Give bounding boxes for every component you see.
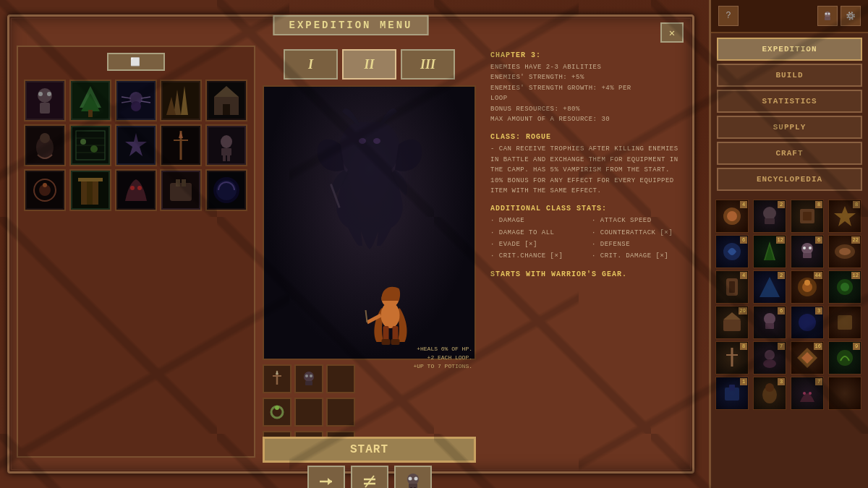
chapter-line2: ENEMIES' STRENGTH: +5% — [490, 72, 686, 82]
sidebar-list-item[interactable]: 12 — [828, 270, 861, 304]
panel-title: EXPEDITION MENU — [273, 15, 428, 35]
list-item[interactable] — [160, 80, 202, 121]
svg-point-84 — [275, 406, 279, 410]
svg-rect-44 — [227, 155, 230, 161]
list-item[interactable] — [69, 124, 111, 166]
stat-crit-damage: · CRIT. DAMAGE [×] — [592, 251, 686, 261]
sidebar-list-item[interactable]: 7 — [791, 377, 824, 410]
sidebar-list-item[interactable]: 2 — [753, 200, 786, 233]
list-item[interactable] — [69, 169, 111, 211]
svg-point-106 — [727, 211, 737, 221]
sidebar-list-item[interactable] — [828, 306, 861, 339]
eq-slot-empty1[interactable] — [326, 364, 355, 393]
svg-point-48 — [43, 183, 47, 187]
stat-attack-speed: · ATTACK SPEED — [592, 215, 686, 226]
sidebar-list-item[interactable]: 8 — [715, 341, 749, 374]
svg-point-95 — [408, 477, 412, 481]
svg-point-65 — [359, 138, 366, 144]
svg-rect-43 — [223, 155, 226, 161]
svg-point-102 — [828, 13, 830, 15]
starts-with-text: STARTS WITH WARRIOR'S GEAR. — [490, 270, 686, 278]
eq-slot-empty3[interactable] — [326, 398, 355, 427]
list-item[interactable] — [115, 80, 157, 121]
list-item[interactable] — [24, 169, 66, 211]
svg-point-96 — [414, 477, 417, 481]
sidebar-icon-skull[interactable] — [817, 6, 838, 26]
sidebar-list-item[interactable]: 8 — [791, 200, 824, 233]
sidebar-list-item[interactable]: 2 — [753, 270, 786, 304]
start-button[interactable]: START — [263, 437, 476, 463]
sidebar-list-item[interactable]: 3 — [753, 377, 786, 410]
nav-btn-statistics[interactable]: STATISTICS — [717, 90, 862, 113]
sidebar-list-item[interactable]: 4 — [715, 270, 749, 304]
eq-slot-empty2[interactable] — [294, 398, 323, 427]
sidebar-list-item[interactable]: 4 — [715, 200, 749, 233]
sidebar-list-item[interactable]: 3 — [791, 306, 824, 339]
svg-point-81 — [305, 374, 308, 377]
nav-btn-encyclopedia[interactable]: ENCYCLOPEDIA — [717, 168, 862, 191]
list-item[interactable] — [69, 80, 111, 121]
sidebar-icon-gear[interactable]: # — [841, 6, 861, 26]
list-item[interactable] — [24, 124, 66, 166]
eq-slot-weapon[interactable] — [263, 364, 292, 393]
sidebar-list-item[interactable]: 9 — [828, 341, 861, 374]
potion-line2: +2 EACH LOOP. — [413, 354, 472, 362]
item-icon — [161, 126, 200, 165]
list-item[interactable] — [115, 169, 157, 211]
chapter-line3: ENEMIES' STRENGTH GROWTH: +4% PER — [490, 83, 686, 93]
arrow-button[interactable] — [307, 466, 345, 488]
sidebar-list-item[interactable]: 6 — [715, 235, 749, 268]
nav-buttons: EXPEDITION BUILD STATISTICS SUPPLY CRAFT… — [711, 33, 868, 195]
chapter-tab-2[interactable]: II — [342, 49, 396, 80]
svg-point-82 — [310, 374, 312, 377]
eq-slot-skull[interactable] — [294, 364, 323, 393]
stats-grid: · DAMAGE · ATTACK SPEED · DAMAGE TO ALL … — [490, 215, 686, 262]
svg-point-127 — [841, 283, 849, 291]
list-item[interactable] — [205, 169, 247, 211]
svg-point-137 — [763, 359, 776, 368]
sidebar-list-item[interactable]: 12 — [753, 235, 786, 268]
item-icon — [116, 126, 156, 165]
list-item[interactable] — [160, 169, 202, 211]
nav-btn-build[interactable]: BUILD — [717, 64, 862, 87]
sidebar-list-item[interactable]: 6 — [753, 306, 786, 339]
svg-rect-8 — [88, 110, 93, 117]
sidebar-list-item[interactable]: 8 — [828, 200, 861, 233]
list-item[interactable] — [205, 80, 247, 121]
svg-line-71 — [366, 310, 367, 322]
sidebar-list-item[interactable] — [828, 377, 861, 410]
not-equal-button[interactable] — [351, 466, 388, 488]
list-item[interactable] — [115, 124, 157, 166]
chapter-tab-1[interactable]: I — [284, 49, 338, 80]
nav-btn-supply[interactable]: SUPPLY — [717, 116, 862, 139]
stat-damage: · DAMAGE — [490, 215, 584, 226]
skull-button[interactable] — [394, 466, 432, 488]
item-icon — [161, 81, 200, 120]
sidebar-list-item[interactable]: 22 — [828, 235, 861, 268]
svg-point-117 — [803, 247, 806, 249]
list-item[interactable] — [160, 124, 202, 166]
sidebar-list-item[interactable]: 16 — [791, 341, 824, 374]
close-button[interactable]: ✕ — [660, 22, 684, 43]
sidebar-list-item[interactable]: 1 — [715, 377, 749, 410]
list-item[interactable] — [24, 80, 66, 121]
eq-slot-ring[interactable] — [263, 398, 292, 427]
sidebar-list-item[interactable]: 6 — [791, 235, 824, 268]
svg-marker-78 — [276, 370, 278, 374]
nav-btn-expedition[interactable]: EXPEDITION — [717, 38, 862, 61]
nav-btn-craft[interactable]: CRAFT — [717, 142, 862, 165]
svg-point-145 — [803, 392, 806, 395]
chapter-tab-3[interactable]: III — [401, 49, 455, 80]
sidebar-list-item[interactable]: 44 — [791, 270, 824, 304]
svg-point-11 — [131, 101, 141, 111]
svg-rect-133 — [838, 315, 852, 330]
sidebar-list-item[interactable]: 7 — [753, 341, 786, 374]
stat-counterattack: · COUNTERATTACK [×] — [592, 228, 686, 238]
sidebar-icon-question[interactable]: ? — [718, 6, 739, 26]
svg-rect-74 — [382, 339, 391, 345]
right-sidebar: ? # EXPEDITION BUILD STATISTICS SUPPLY C… — [709, 0, 868, 488]
svg-rect-59 — [176, 179, 180, 187]
list-item[interactable] — [205, 124, 247, 166]
top-bar-icon: ⬜ — [130, 58, 142, 67]
sidebar-list-item[interactable]: 29 — [715, 306, 749, 339]
